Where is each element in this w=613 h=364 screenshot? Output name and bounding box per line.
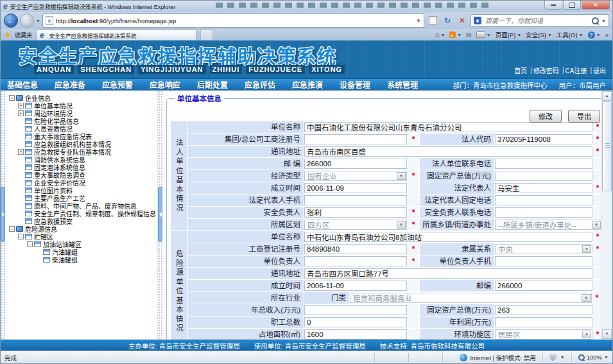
stop-button[interactable]: ✕ [456, 14, 469, 27]
scroll-down-button[interactable]: ▼ [602, 329, 612, 339]
tree-collapse-icon[interactable]: - [9, 95, 15, 101]
tree-node[interactable]: 企业安全评价情况 [5, 178, 157, 186]
select-field[interactable]: 租赁和商务服务业▾ [350, 293, 592, 303]
dropdown-arrow-icon[interactable]: ▾ [582, 245, 591, 253]
text-field[interactable] [304, 268, 592, 279]
nav-menu-item[interactable]: 应急推演 [292, 81, 323, 90]
back-button[interactable]: ← [4, 13, 18, 28]
text-field[interactable] [304, 232, 592, 242]
address-dropdown-icon[interactable]: ▼ [416, 18, 421, 24]
search-input[interactable] [484, 17, 589, 25]
nav-menu-item[interactable]: 应急预警 [102, 81, 133, 90]
modify-button[interactable]: 修改 [530, 110, 562, 123]
text-field[interactable] [304, 317, 407, 327]
text-field[interactable] [304, 207, 407, 218]
text-field[interactable] [495, 171, 592, 181]
refresh-button[interactable]: ↻ [441, 14, 454, 27]
scrollbar-thumb[interactable] [602, 101, 612, 191]
favorites-star-icon[interactable]: ★ [4, 31, 11, 39]
tree-collapse-icon[interactable]: - [18, 234, 24, 239]
tree-splitter-handle[interactable] [158, 187, 162, 242]
tree-expand-icon[interactable]: + [18, 110, 24, 116]
print-button[interactable]: ▼ [476, 31, 491, 38]
text-field[interactable] [495, 134, 592, 144]
header-link[interactable]: 首页 [514, 65, 527, 75]
tree-node[interactable]: 柴油罐组 [5, 256, 157, 263]
text-field[interactable] [304, 159, 407, 169]
history-dropdown-icon[interactable]: ▼ [36, 19, 40, 23]
search-dropdown-icon[interactable]: ▼ [601, 19, 606, 23]
header-link[interactable]: 退出 [593, 65, 606, 75]
left-splitter-handle[interactable] [1, 187, 5, 242]
text-field[interactable] [495, 183, 592, 193]
text-field[interactable] [304, 134, 407, 144]
tree-collapse-icon[interactable]: - [27, 241, 33, 247]
tree-node[interactable]: 安全生产责任制、规章制度、操作规程信息 [5, 209, 157, 217]
text-field[interactable] [304, 244, 407, 254]
tree-node[interactable]: +单位基本情况 [5, 101, 157, 109]
tree-expand-icon[interactable]: + [18, 149, 24, 155]
text-field[interactable] [495, 207, 592, 218]
nav-menu-item[interactable]: 设备管理 [340, 81, 370, 90]
close-button[interactable]: ✕ [582, 1, 610, 10]
minimize-button[interactable] [544, 1, 562, 10]
tree-node[interactable]: 危险化学品信息 [5, 117, 157, 125]
scroll-up-button[interactable]: ▲ [602, 91, 612, 101]
new-tab-button[interactable] [200, 30, 213, 40]
text-field[interactable] [304, 305, 407, 315]
select-field[interactable]: 中央▾ [495, 244, 592, 254]
forward-button[interactable]: → [20, 13, 34, 28]
search-box[interactable]: ▼ [471, 14, 609, 27]
select-field[interactable]: 国有企业▾ [304, 171, 407, 181]
tree-node[interactable]: -加油站油罐区 [5, 240, 157, 248]
address-bar[interactable]: e http://localhost:90/yjzh/frame/homepag… [42, 13, 424, 28]
text-field[interactable] [304, 329, 407, 340]
tree-collapse-icon[interactable]: - [9, 226, 15, 232]
dropdown-arrow-icon[interactable]: ▾ [397, 221, 406, 229]
text-field[interactable] [495, 256, 592, 266]
nav-menu-item[interactable]: 系统管理 [387, 81, 418, 90]
nav-menu-item[interactable]: 应急响应 [150, 81, 180, 90]
compatibility-view-button[interactable] [426, 14, 439, 27]
tree-node[interactable]: -企业信息 [5, 94, 157, 101]
text-field[interactable] [495, 159, 592, 169]
search-icon[interactable] [592, 17, 599, 24]
text-field[interactable] [495, 305, 592, 315]
filter-status-button[interactable]: ▼ [549, 354, 565, 361]
nav-menu-item[interactable]: 应急评估 [245, 81, 275, 90]
help-menu[interactable]: ?▼ [588, 31, 601, 39]
text-field[interactable] [304, 146, 592, 157]
dropdown-arrow-icon[interactable]: ▾ [397, 172, 406, 180]
dropdown-arrow-icon[interactable]: ▾ [582, 331, 591, 338]
toolbar-overflow-button[interactable]: » [605, 31, 609, 39]
tree-node[interactable]: -危险源信息 [5, 225, 157, 232]
feeds-button[interactable]: ▼ [449, 31, 462, 38]
text-field[interactable] [304, 281, 407, 291]
text-field[interactable] [304, 183, 407, 193]
text-field[interactable] [304, 122, 592, 132]
header-link[interactable]: 修改密码 [533, 65, 559, 75]
browser-tab[interactable]: e 安全生产应急救援指挥辅助决策系统 [36, 30, 196, 40]
home-button[interactable]: ⌂▼ [435, 31, 445, 39]
page-menu[interactable]: 页面(P)▼ [496, 30, 522, 39]
select-field[interactable]: --所属乡镇/街道办事处--▾ [495, 220, 602, 230]
zoom-button[interactable]: 100% ▼ [578, 354, 609, 361]
nav-menu-item[interactable]: 基础信息 [7, 81, 38, 90]
header-link[interactable]: CA注册 [565, 65, 587, 75]
nav-menu-item[interactable]: 后期处置 [197, 81, 228, 90]
select-field[interactable]: 居民区▾ [495, 329, 592, 340]
tree-node[interactable]: +周边环境情况 [5, 109, 157, 117]
favorites-button[interactable]: 收藏夹 [15, 31, 32, 39]
dropdown-arrow-icon[interactable]: ▾ [592, 221, 601, 229]
maximize-button[interactable] [563, 1, 581, 10]
text-field[interactable] [304, 195, 407, 205]
select-field[interactable]: 四方区▾ [304, 220, 407, 230]
dropdown-arrow-icon[interactable]: ▾ [582, 294, 591, 302]
text-field[interactable] [304, 256, 407, 266]
text-field[interactable] [495, 195, 592, 205]
export-button[interactable]: 导出 [568, 110, 600, 123]
tools-menu[interactable]: 工具(O)▼ [557, 30, 583, 39]
tree-node[interactable]: 汽油罐组 [5, 248, 157, 256]
read-mail-button[interactable]: ✉ [466, 31, 471, 39]
tree-expand-icon[interactable]: + [18, 103, 24, 108]
